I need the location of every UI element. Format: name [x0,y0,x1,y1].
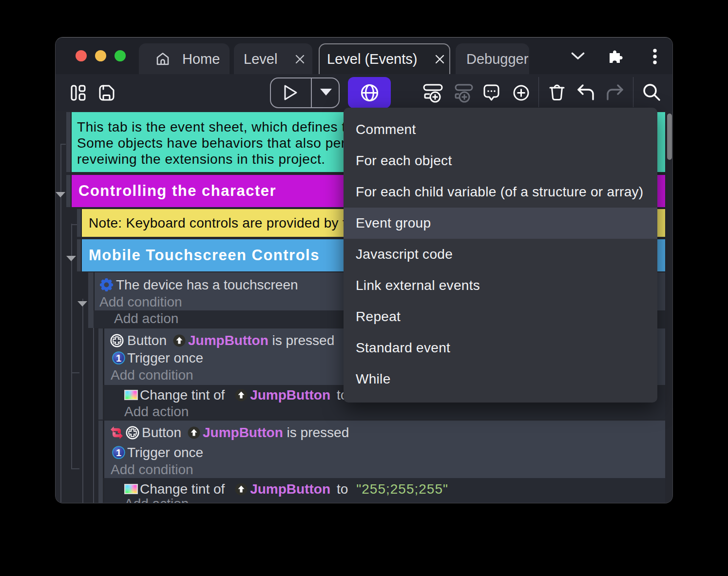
svg-text:1: 1 [116,447,121,458]
svg-text:1: 1 [116,353,121,364]
